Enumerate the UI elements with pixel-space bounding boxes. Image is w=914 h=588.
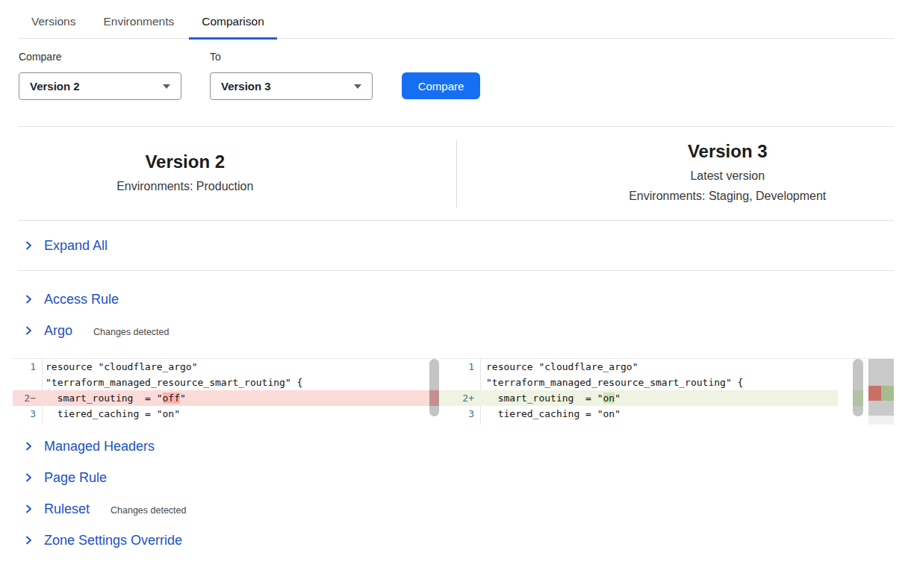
section-ruleset[interactable]: Ruleset Changes detected (19, 493, 894, 525)
diff-line: "terraform_managed_resource_smart_routin… (13, 375, 439, 390)
diff-panel-left[interactable]: 1 resource "cloudflare_argo" "terraform_… (13, 358, 439, 425)
line-number: 1 (440, 359, 481, 375)
diff-line: } (440, 422, 838, 425)
chevron-down-icon (163, 84, 170, 89)
compare-to-select[interactable]: Version 3 (210, 72, 373, 100)
line-number: 3 (440, 406, 481, 422)
compare-button[interactable]: Compare (402, 72, 480, 99)
compare-controls: Compare Version 2 To Version 3 Compare (19, 51, 894, 100)
chevron-right-icon (22, 440, 34, 452)
diff-line: 3 tiered_caching = "on" (13, 406, 439, 422)
changes-detected-badge: Changes detected (93, 325, 169, 337)
to-label: To (210, 51, 373, 63)
removed-word-highlight: off (163, 392, 180, 404)
chevron-right-icon (22, 240, 34, 251)
diff-line-removed: 2− smart_routing = "off" (13, 390, 439, 406)
version-right-title: Version 3 (562, 141, 895, 162)
section-zone-settings-override[interactable]: Zone Settings Override (19, 525, 894, 556)
line-number (13, 375, 43, 390)
section-label: Argo (44, 322, 72, 340)
scrollbar-removed-marker (429, 390, 439, 406)
compare-to-value: Version 3 (221, 80, 271, 93)
minimap-added-marker (881, 386, 894, 401)
version-left-title: Version 2 (19, 151, 352, 172)
expand-all-button[interactable]: Expand All (19, 221, 894, 271)
chevron-right-icon (22, 293, 34, 305)
changes-detected-badge: Changes detected (111, 503, 186, 516)
line-number: 2− (13, 390, 43, 406)
chevron-right-icon (22, 472, 34, 484)
version-left-column: Version 2 Environments: Production (19, 151, 456, 196)
version-left-environments: Environments: Production (19, 176, 352, 196)
minimap-removed-marker (868, 386, 881, 401)
diff-line: 1 resource "cloudflare_argo" (440, 359, 838, 375)
added-word-highlight: on (603, 392, 615, 404)
version-right-column: Version 3 Latest version Environments: S… (457, 141, 895, 206)
compare-from-value: Version 2 (30, 80, 80, 93)
line-number (440, 375, 481, 390)
section-label: Ruleset (44, 500, 90, 518)
diff-line: "terraform_managed_resource_smart_routin… (440, 375, 838, 390)
section-access-rule[interactable]: Access Rule (19, 284, 894, 315)
version-right-subtitle: Latest version (562, 166, 895, 186)
version-right-environments: Environments: Staging, Development (562, 186, 895, 206)
line-number (440, 422, 481, 425)
tab-comparison[interactable]: Comparison (189, 10, 277, 38)
resource-sections: Access Rule Argo Changes detected 1 reso… (19, 284, 894, 556)
tab-environments[interactable]: Environments (90, 10, 187, 38)
scrollbar-thumb[interactable] (853, 359, 863, 416)
scrollbar-thumb[interactable] (429, 359, 439, 416)
chevron-down-icon (354, 84, 361, 89)
section-label: Managed Headers (44, 437, 155, 455)
diff-line-added: 2+ smart_routing = "on" (440, 390, 838, 406)
expand-all-label: Expand All (44, 237, 108, 254)
tab-bar: Versions Environments Comparison (19, 0, 894, 39)
line-number: 3 (13, 406, 43, 422)
line-number: 1 (13, 359, 43, 375)
version-header: Version 2 Environments: Production Versi… (19, 126, 894, 221)
diff-line: } (13, 422, 439, 425)
line-number (13, 422, 43, 425)
compare-label: Compare (19, 51, 181, 63)
compare-from-select[interactable]: Version 2 (19, 72, 181, 100)
chevron-right-icon (22, 534, 34, 546)
chevron-right-icon (22, 325, 34, 337)
diff-line: 1 resource "cloudflare_argo" (13, 359, 439, 375)
comparison-page: Versions Environments Comparison Compare… (0, 0, 914, 556)
diff-minimap (868, 359, 894, 425)
chevron-right-icon (22, 503, 34, 515)
diff-line: 3 tiered_caching = "on" (440, 406, 838, 422)
section-managed-headers[interactable]: Managed Headers (19, 431, 894, 462)
tab-versions[interactable]: Versions (19, 10, 88, 38)
section-label: Zone Settings Override (44, 531, 182, 549)
scrollbar-added-marker (853, 390, 863, 406)
section-argo[interactable]: Argo Changes detected (19, 315, 894, 346)
diff-panel-right[interactable]: 1 resource "cloudflare_argo" "terraform_… (440, 358, 894, 425)
section-label: Page Rule (44, 469, 107, 487)
argo-diff: 1 resource "cloudflare_argo" "terraform_… (13, 358, 894, 425)
section-label: Access Rule (44, 290, 119, 308)
line-number: 2+ (440, 390, 481, 406)
section-page-rule[interactable]: Page Rule (19, 462, 894, 493)
